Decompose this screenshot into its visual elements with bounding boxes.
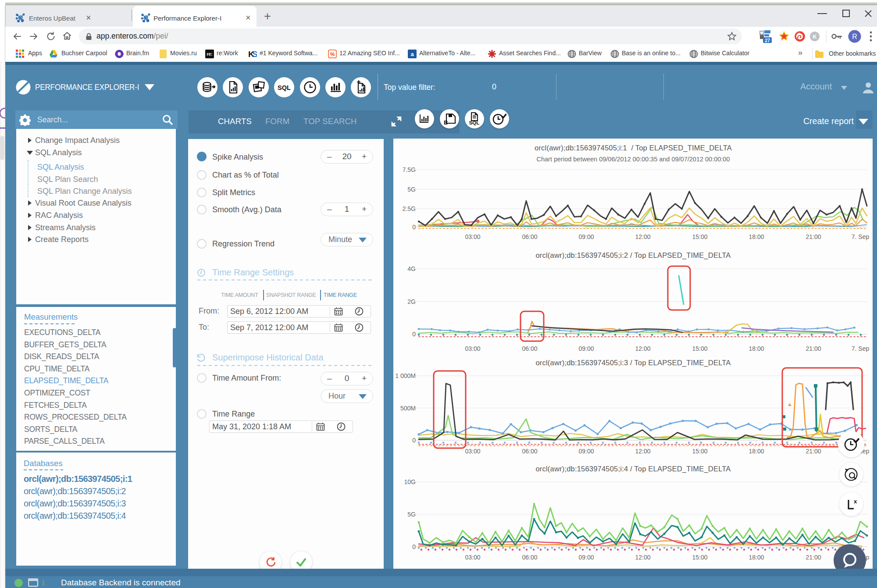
svg-text:06:00: 06:00 [522,233,537,240]
svg-text:21:00: 21:00 [806,233,821,240]
svg-text:21:00: 21:00 [806,448,821,455]
svg-text:0: 0 [412,331,416,338]
svg-text:03:00: 03:00 [465,448,480,455]
svg-text:03:00: 03:00 [465,233,480,240]
svg-text:12:00: 12:00 [635,345,650,352]
svg-text:06:00: 06:00 [522,554,537,561]
svg-text:x: x [854,498,857,505]
svg-text:21:00: 21:00 [806,554,821,561]
svg-text:a: a [410,51,414,57]
svg-text:18:00: 18:00 [749,233,764,240]
svg-text:re:: re: [207,52,213,57]
svg-text:S: S [252,50,257,58]
svg-text:12:00: 12:00 [635,554,650,561]
svg-text:B: B [444,119,448,126]
svg-text:Chart period between 09/06/201: Chart period between 09/06/2012 00:00:35… [536,156,730,163]
svg-text:R: R [852,33,857,40]
svg-text:06:00: 06:00 [522,345,537,352]
svg-text:18:00: 18:00 [749,345,764,352]
svg-text:18:00: 18:00 [749,554,764,561]
svg-text:SQL: SQL [469,120,480,125]
svg-text:orcl(awr);db:1563974505;i:1 /: orcl(awr);db:1563974505;i:1 / Top ELAPSE… [535,144,732,152]
svg-text:0: 0 [412,224,416,231]
svg-text:15:00: 15:00 [692,233,707,240]
svg-text:7. Sep: 7. Sep [852,233,870,240]
svg-text:0: 0 [412,543,416,550]
svg-text:7. Sep: 7. Sep [852,345,870,352]
svg-text:2G: 2G [407,298,416,305]
svg-text:2.5G: 2.5G [403,205,416,212]
svg-text:K: K [813,33,817,40]
svg-text:09:00: 09:00 [578,554,594,561]
svg-text:5G: 5G [407,511,416,518]
svg-text:06:00: 06:00 [522,448,537,455]
svg-text:03:00: 03:00 [465,554,480,561]
svg-text:27: 27 [765,38,770,43]
svg-text:18:00: 18:00 [749,448,764,455]
svg-text:09:00: 09:00 [578,345,594,352]
svg-text:15:00: 15:00 [692,345,707,352]
svg-text:orcl(awr);db:1563974505;i:3 /: orcl(awr);db:1563974505;i:3 / Top ELAPSE… [535,359,731,367]
svg-text:10G: 10G [404,478,416,485]
svg-text:15:00: 15:00 [692,448,707,455]
svg-text:5G: 5G [407,186,416,193]
svg-text:%: % [330,51,335,57]
svg-text:500M: 500M [400,405,416,412]
svg-text:orcl(awr);db:1563974505;i:2 /: orcl(awr);db:1563974505;i:2 / Top ELAPSE… [535,251,731,260]
svg-text:0: 0 [412,437,416,444]
svg-text:1 000M: 1 000M [395,372,416,379]
svg-text:4G: 4G [407,265,416,272]
svg-text:15:00: 15:00 [692,554,707,561]
svg-text:7.5G: 7.5G [403,166,416,173]
svg-text:12:00: 12:00 [635,233,650,240]
svg-text:12:00: 12:00 [635,448,650,455]
svg-text:21:00: 21:00 [806,345,821,352]
svg-text:SQL: SQL [278,84,291,91]
svg-text:03:00: 03:00 [465,345,480,352]
svg-text:orcl(awr);db:1563974505;i:4 /: orcl(awr);db:1563974505;i:4 / Top ELAPSE… [535,465,731,473]
svg-text:09:00: 09:00 [578,448,594,455]
svg-text:09:00: 09:00 [578,233,594,240]
